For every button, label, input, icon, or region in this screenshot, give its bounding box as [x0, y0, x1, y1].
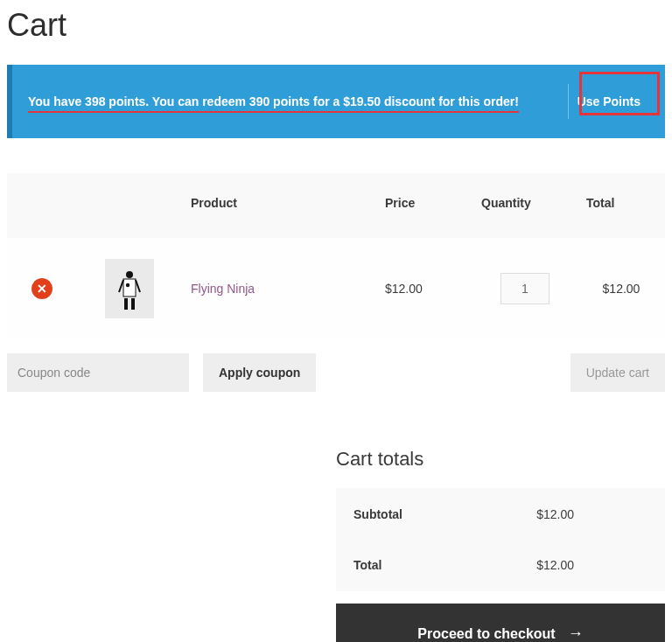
checkout-label: Proceed to checkout [417, 626, 555, 642]
points-banner: You have 398 points. You can redeem 390 … [7, 65, 665, 138]
cart-totals-table: Subtotal $12.00 Total $12.00 [336, 488, 665, 591]
remove-item-button[interactable]: ✕ [32, 278, 52, 299]
col-product-header: Product [182, 173, 376, 238]
cart-row: ✕ Flying Ninja [7, 238, 665, 339]
subtotal-value: $12.00 [521, 490, 663, 539]
svg-rect-2 [123, 279, 136, 297]
col-remove-header [7, 173, 77, 238]
proceed-to-checkout-button[interactable]: Proceed to checkout → [336, 604, 665, 642]
product-thumbnail[interactable] [105, 259, 154, 318]
close-icon: ✕ [37, 282, 47, 296]
quantity-input[interactable] [500, 273, 550, 304]
annotation-underline [28, 111, 519, 113]
line-total: $12.00 [578, 238, 665, 339]
thumbnail-icon [114, 268, 145, 310]
subtotal-label: Subtotal [338, 490, 519, 539]
col-thumb-header [77, 173, 182, 238]
page-title: Cart [7, 7, 665, 44]
total-row: Total $12.00 [338, 541, 663, 590]
cart-totals-section: Cart totals Subtotal $12.00 Total $12.00… [336, 448, 665, 642]
coupon-code-input[interactable] [7, 353, 189, 392]
cart-table: Product Price Quantity Total ✕ [7, 173, 665, 339]
arrow-right-icon: → [568, 625, 584, 642]
svg-point-1 [126, 271, 133, 278]
cart-actions-row: Apply coupon Update cart [7, 353, 665, 392]
col-total-header: Total [578, 173, 665, 238]
product-link[interactable]: Flying Ninja [191, 282, 255, 296]
cart-totals-title: Cart totals [336, 448, 665, 471]
total-label: Total [338, 541, 519, 590]
product-price: $12.00 [376, 238, 472, 339]
subtotal-row: Subtotal $12.00 [338, 490, 663, 539]
col-quantity-header: Quantity [472, 173, 578, 238]
total-value: $12.00 [521, 541, 663, 590]
points-message: You have 398 points. You can redeem 390 … [28, 94, 519, 108]
points-text: You have 398 points. You can redeem 390 … [28, 94, 519, 108]
use-points-button[interactable]: Use Points [568, 84, 649, 119]
col-price-header: Price [376, 173, 472, 238]
svg-point-3 [126, 283, 130, 287]
apply-coupon-button[interactable]: Apply coupon [203, 353, 316, 392]
update-cart-button: Update cart [570, 353, 665, 392]
